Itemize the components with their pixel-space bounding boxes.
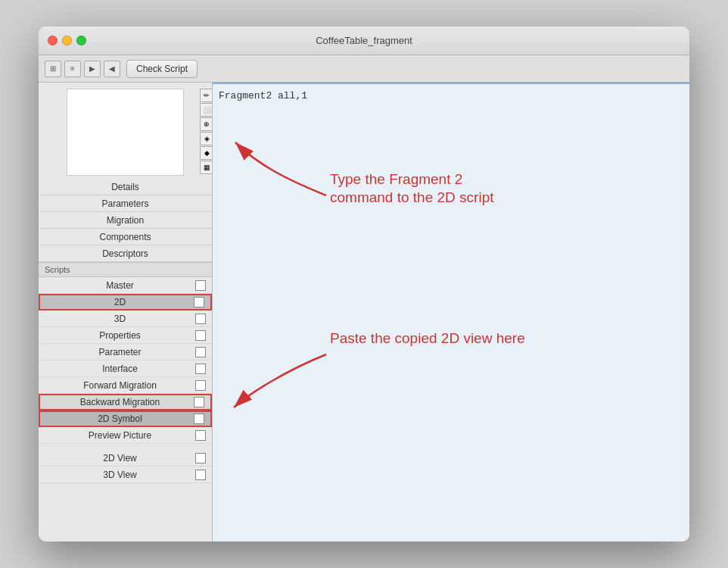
script-icon-master <box>195 280 206 291</box>
tool-btn-1[interactable]: ✏ <box>200 89 213 102</box>
view-item-3d[interactable]: 3D View <box>39 467 212 483</box>
script-item-forward-migration[interactable]: Forward Migration <box>39 377 212 394</box>
minimize-button[interactable] <box>62 36 72 45</box>
script-icon-interface <box>195 364 206 374</box>
script-item-master[interactable]: Master <box>39 277 212 294</box>
svg-text:Paste the copied 2D  view here: Paste the copied 2D view here <box>330 330 525 346</box>
close-button[interactable] <box>48 36 58 45</box>
annotations-overlay: Type the Fragment 2 command to the 2D sc… <box>213 84 689 541</box>
script-icon-parameter <box>195 347 206 357</box>
toolbar-icon-outdent[interactable]: ◀ <box>104 61 120 77</box>
view-item-2d[interactable]: 2D View <box>39 450 212 467</box>
script-icon-forward-migration <box>195 380 206 391</box>
preview-wrapper: ✏ ⬜ ⊕ ◈ ◆ ▦ <box>39 83 212 176</box>
toolbar-icon-grid[interactable]: ⊞ <box>45 61 61 77</box>
script-item-2d[interactable]: 2D <box>39 294 212 311</box>
window-title: CoffeeTable_fragment <box>316 35 412 46</box>
script-item-interface[interactable]: Interface <box>39 360 212 377</box>
svg-text:Type the Fragment 2
          : Type the Fragment 2 command to the 2D sc… <box>330 171 494 205</box>
script-item-properties[interactable]: Properties <box>39 327 212 344</box>
nav-section: Details Parameters Migration Components … <box>39 179 212 262</box>
editor-area: Fragment2 all,1 Type the Fragment 2 <box>213 83 689 541</box>
tool-btn-5[interactable]: ◆ <box>200 146 213 160</box>
traffic-lights <box>48 36 86 45</box>
sidebar: ✏ ⬜ ⊕ ◈ ◆ ▦ Details Parameters Migration <box>39 83 213 541</box>
symbol-icon-preview <box>195 430 206 441</box>
view-icon-2d <box>195 453 206 463</box>
main-content: ✏ ⬜ ⊕ ◈ ◆ ▦ Details Parameters Migration <box>39 83 689 541</box>
toolbar-icon-indent[interactable]: ▶ <box>84 61 101 77</box>
check-script-button[interactable]: Check Script <box>126 60 198 78</box>
sidebar-tools: ✏ ⬜ ⊕ ◈ ◆ ▦ <box>200 89 213 174</box>
script-item-backward-migration[interactable]: Backward Migration <box>39 394 212 410</box>
script-icon-3d <box>195 314 206 324</box>
script-icon-properties <box>195 330 206 341</box>
nav-item-details[interactable]: Details <box>39 179 212 195</box>
script-icon-2d <box>194 297 204 307</box>
nav-item-parameters[interactable]: Parameters <box>39 195 212 212</box>
title-bar: CoffeeTable_fragment <box>39 27 689 55</box>
tool-btn-6[interactable]: ▦ <box>200 161 213 174</box>
scripts-header: Scripts <box>39 262 212 277</box>
toolbar: ⊞ ≡ ▶ ◀ Check Script <box>39 55 689 83</box>
code-line: Fragment2 all,1 <box>219 90 307 101</box>
symbol-item-preview[interactable]: Preview Picture <box>39 427 212 444</box>
spacer-1 <box>39 444 212 450</box>
nav-item-components[interactable]: Components <box>39 229 212 245</box>
tool-btn-4[interactable]: ◈ <box>200 132 213 145</box>
tool-btn-3[interactable]: ⊕ <box>200 117 213 131</box>
script-icon-backward-migration <box>194 397 204 407</box>
tool-btn-2[interactable]: ⬜ <box>200 103 213 117</box>
symbol-item-2d[interactable]: 2D Symbol <box>39 410 212 427</box>
script-item-parameter[interactable]: Parameter <box>39 344 212 360</box>
preview-box <box>67 89 184 176</box>
symbol-icon-2d <box>194 414 204 424</box>
nav-item-descriptors[interactable]: Descriptors <box>39 245 212 262</box>
view-icon-3d <box>195 470 206 480</box>
script-item-3d[interactable]: 3D <box>39 311 212 327</box>
main-window: CoffeeTable_fragment ⊞ ≡ ▶ ◀ Check Scrip… <box>39 27 689 541</box>
editor-content[interactable]: Fragment2 all,1 Type the Fragment 2 <box>213 83 689 541</box>
nav-item-migration[interactable]: Migration <box>39 212 212 229</box>
toolbar-icon-list[interactable]: ≡ <box>64 61 81 77</box>
maximize-button[interactable] <box>76 36 86 45</box>
